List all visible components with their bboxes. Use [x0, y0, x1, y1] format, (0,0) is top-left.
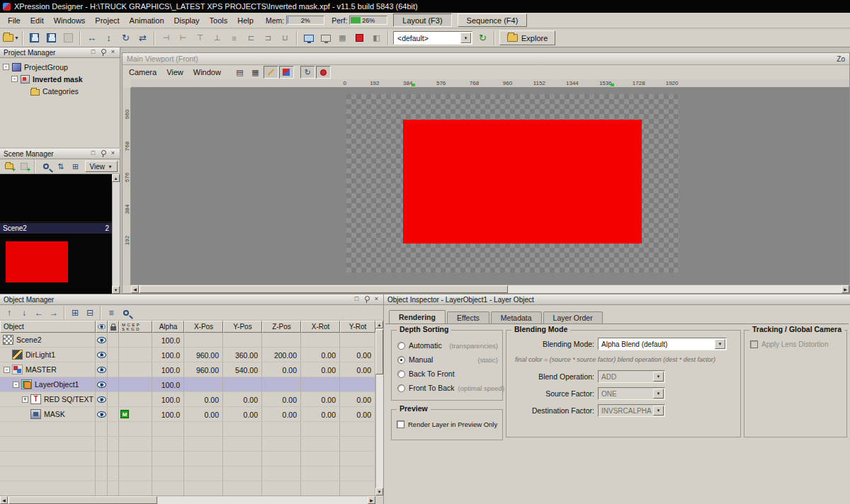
distribute-h-icon[interactable]: ⊏: [243, 30, 259, 46]
scroll-thumb[interactable]: [375, 329, 383, 374]
move-left-icon[interactable]: ←: [32, 307, 46, 319]
table-row[interactable]: DirLight1100.0960.00360.00200.000.000.00: [0, 348, 375, 362]
rotate-tool-icon[interactable]: ↻: [118, 30, 134, 46]
tree-expand-toggle[interactable]: -: [11, 76, 18, 82]
align-left-icon[interactable]: ⊣: [158, 30, 174, 46]
scroll-right-icon[interactable]: ▶: [842, 285, 849, 293]
scroll-thumb[interactable]: [8, 496, 157, 504]
tree-expand-toggle[interactable]: +: [22, 396, 28, 403]
open-project-button[interactable]: ▼: [3, 30, 19, 46]
column-x-rot[interactable]: X-Rot: [301, 321, 340, 333]
window-menu[interactable]: Window: [188, 66, 226, 79]
distribute-even-icon[interactable]: ⊔: [277, 30, 293, 46]
view-dropdown[interactable]: View ▼: [85, 161, 118, 172]
scroll-right-icon[interactable]: ▶: [368, 496, 375, 504]
column-y-rot[interactable]: Y-Rot: [340, 321, 375, 333]
tab-effects[interactable]: Effects: [447, 311, 489, 323]
draw-mode-icon[interactable]: [264, 66, 278, 79]
table-row[interactable]: -LayerObject1100.0: [0, 377, 375, 392]
scene-item-scene2[interactable]: Scene2 2: [0, 223, 112, 234]
filter-icon[interactable]: ≡: [104, 307, 118, 319]
chevron-down-icon[interactable]: ▼: [653, 389, 664, 399]
visibility-eye-icon[interactable]: [97, 396, 106, 403]
search-icon[interactable]: [39, 161, 52, 173]
view-menu[interactable]: View: [162, 66, 188, 79]
tree-expand-toggle[interactable]: -: [4, 367, 10, 373]
default-dropdown[interactable]: <default> ▼: [393, 31, 472, 45]
search-icon[interactable]: [119, 307, 133, 319]
save-all-button[interactable]: [43, 30, 60, 46]
pin-icon[interactable]: [98, 149, 108, 158]
column-alpha[interactable]: Alpha: [152, 321, 184, 333]
column-object[interactable]: Object: [0, 321, 96, 333]
apply-lens-distortion-checkbox[interactable]: [750, 340, 758, 348]
preview-checkbox-row[interactable]: Render Layer in Preview Only: [397, 420, 502, 428]
chevron-down-icon[interactable]: ▼: [715, 339, 725, 349]
radio-automatic[interactable]: [397, 342, 405, 350]
table-hscrollbar[interactable]: ◀ ▶: [0, 496, 375, 504]
render-toggle-icon[interactable]: [316, 66, 331, 79]
column-lock[interactable]: [108, 321, 119, 333]
visibility-eye-icon[interactable]: [97, 337, 106, 343]
output-icon[interactable]: ◧: [368, 30, 385, 46]
grid-monitor-icon[interactable]: ▦: [334, 30, 351, 46]
preview-monitor-icon[interactable]: [300, 30, 317, 46]
tree-view-icon[interactable]: ⊞: [69, 161, 82, 173]
color-mode-icon[interactable]: [279, 66, 294, 79]
move-tool-icon[interactable]: ↔: [84, 30, 100, 46]
column-visibility[interactable]: [96, 321, 108, 333]
radio-manual[interactable]: [397, 356, 405, 364]
lens-distortion-row[interactable]: Apply Lens Distortion: [750, 340, 846, 348]
distribute-v-icon[interactable]: ⊐: [260, 30, 276, 46]
tree-item-inverted-mask[interactable]: - Inverted mask: [0, 73, 120, 85]
viewport-hscrollbar[interactable]: ◀ ▶: [131, 285, 849, 293]
table-row[interactable]: Scene2100.0: [0, 333, 375, 348]
menu-animation[interactable]: Animation: [125, 14, 169, 27]
chevron-down-icon[interactable]: ▼: [653, 372, 664, 382]
chevron-down-icon[interactable]: ▼: [460, 33, 471, 43]
pin-icon[interactable]: [98, 48, 108, 57]
sequence-view-icon[interactable]: ▤: [232, 66, 247, 79]
radio-row-automatic[interactable]: Automatic (transparencies): [392, 338, 502, 353]
viewport-canvas[interactable]: [131, 88, 849, 285]
pin-icon[interactable]: [362, 295, 371, 304]
column-y-pos[interactable]: Y-Pos: [223, 321, 262, 333]
tab-metadata[interactable]: Metadata: [491, 311, 542, 323]
render-preview-checkbox[interactable]: [397, 420, 404, 428]
scroll-thumb[interactable]: [140, 285, 508, 293]
camera-menu[interactable]: Camera: [124, 66, 162, 79]
scroll-left-icon[interactable]: ◀: [131, 285, 139, 293]
align-center-icon[interactable]: ≡: [226, 30, 242, 46]
visibility-eye-icon[interactable]: [97, 367, 106, 373]
radio-front-to-back[interactable]: [397, 384, 405, 392]
table-row[interactable]: MASKM100.00.000.000.000.000.00: [0, 407, 375, 422]
float-icon[interactable]: □: [352, 295, 361, 304]
mask-flag-badge[interactable]: M: [120, 410, 129, 418]
radio-row-manual[interactable]: Manual (static): [392, 353, 502, 367]
chevron-down-icon[interactable]: ▼: [653, 406, 664, 416]
scene2-thumbnail[interactable]: [0, 234, 112, 294]
menu-project[interactable]: Project: [90, 14, 124, 27]
scene-list-scrollbar[interactable]: ▲ ▼: [112, 174, 120, 294]
scroll-up-icon[interactable]: ▲: [375, 321, 383, 328]
float-icon[interactable]: □: [89, 149, 98, 158]
move-down-icon[interactable]: ↓: [17, 307, 31, 319]
menu-help[interactable]: Help: [232, 14, 259, 27]
sequence-button[interactable]: Sequence (F4): [458, 13, 528, 27]
menu-edit[interactable]: Edit: [26, 14, 49, 27]
align-bottom-icon[interactable]: ⊥: [209, 30, 225, 46]
table-row[interactable]: -MASTER100.0960.00540.000.000.000.00: [0, 362, 375, 377]
align-right-icon[interactable]: ⊢: [175, 30, 191, 46]
blending-mode-select[interactable]: Alpha Blend (default) ▼: [598, 338, 727, 350]
close-icon[interactable]: ×: [108, 48, 118, 57]
visibility-eye-icon[interactable]: [97, 352, 106, 358]
tab-rendering[interactable]: Rendering: [389, 310, 446, 323]
tab-layer-order[interactable]: Layer Order: [543, 311, 603, 323]
destination-factor-select[interactable]: INVSRCALPHA ▼: [598, 404, 665, 417]
scale-tool-icon[interactable]: ↕: [101, 30, 117, 46]
move-up-icon[interactable]: ↑: [2, 307, 16, 319]
close-icon[interactable]: ×: [108, 149, 118, 158]
table-row[interactable]: +TRED SQ/TEXT100.00.000.000.000.000.00: [0, 392, 375, 407]
column-flags[interactable]: MCEP SKGD: [119, 321, 152, 333]
new-scene-button[interactable]: +: [17, 161, 30, 173]
